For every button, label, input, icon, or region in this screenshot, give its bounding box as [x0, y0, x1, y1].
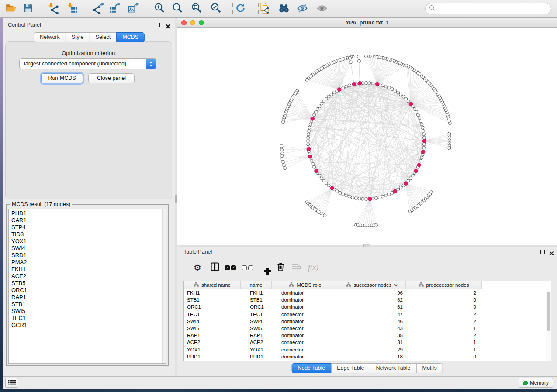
- network-node[interactable]: [320, 177, 323, 180]
- mcds-result-item[interactable]: FKH1: [9, 266, 166, 273]
- export-image-button[interactable]: [126, 2, 140, 16]
- network-node[interactable]: [411, 174, 414, 177]
- table-row[interactable]: ACE2ACE2connector311: [184, 339, 546, 346]
- table-settings-button[interactable]: ⚙: [191, 261, 204, 274]
- mcds-dominator-node[interactable]: [422, 139, 426, 143]
- network-node[interactable]: [330, 93, 333, 96]
- network-node[interactable]: [418, 117, 421, 120]
- select-all-button[interactable]: ✓✓: [224, 261, 237, 274]
- network-node[interactable]: [313, 165, 316, 168]
- network-leaf-node[interactable]: [405, 64, 408, 67]
- column-header-MCDS-role[interactable]: MCDS role: [272, 281, 339, 289]
- table-row[interactable]: TEC1TEC1connector472: [184, 311, 546, 318]
- mcds-result-item[interactable]: GCR1: [9, 322, 166, 329]
- table-row[interactable]: SWI4SWI4dominator462: [184, 318, 546, 325]
- network-node[interactable]: [318, 174, 321, 177]
- mcds-dominator-node[interactable]: [308, 155, 312, 159]
- network-node[interactable]: [332, 91, 336, 94]
- network-node[interactable]: [405, 97, 408, 100]
- network-leaf-node[interactable]: [283, 164, 286, 167]
- network-node[interactable]: [351, 196, 354, 199]
- network-node[interactable]: [339, 191, 342, 194]
- mcds-dominator-node[interactable]: [330, 186, 334, 190]
- network-node[interactable]: [365, 198, 368, 201]
- mcds-result-item[interactable]: STP4: [9, 224, 166, 231]
- network-node[interactable]: [397, 91, 400, 94]
- mcds-result-item[interactable]: TID3: [9, 231, 166, 238]
- network-node[interactable]: [422, 136, 426, 139]
- tab-network-table[interactable]: Network Table: [370, 363, 417, 373]
- delete-column-button[interactable]: [274, 261, 287, 274]
- zoom-out-button[interactable]: [170, 2, 184, 16]
- network-leaf-node[interactable]: [365, 55, 368, 58]
- network-node[interactable]: [422, 143, 426, 146]
- mcds-dominator-node[interactable]: [337, 88, 341, 92]
- export-table-button[interactable]: [107, 2, 121, 16]
- mcds-dominator-node[interactable]: [358, 82, 362, 86]
- mcds-dominator-node[interactable]: [368, 197, 372, 201]
- network-node[interactable]: [421, 126, 424, 129]
- network-leaf-node[interactable]: [448, 132, 451, 135]
- network-leaf-node[interactable]: [357, 55, 360, 58]
- mcds-result-item[interactable]: SWI4: [9, 245, 166, 252]
- table-row[interactable]: YOX1YOX1connector291: [184, 346, 546, 353]
- table-scrollbar[interactable]: [546, 289, 551, 361]
- network-node[interactable]: [375, 197, 378, 200]
- network-node[interactable]: [384, 194, 387, 197]
- network-node[interactable]: [365, 82, 368, 85]
- network-node[interactable]: [316, 107, 319, 110]
- mcds-dominator-node[interactable]: [376, 82, 380, 86]
- table-row[interactable]: RAP1RAP1dominator352: [184, 332, 546, 339]
- mcds-result-item[interactable]: SWI5: [9, 308, 166, 315]
- network-node[interactable]: [322, 100, 325, 103]
- network-node[interactable]: [354, 197, 357, 200]
- network-leaf-node[interactable]: [284, 167, 287, 170]
- search-box[interactable]: [425, 3, 551, 14]
- network-leaf-node[interactable]: [280, 144, 283, 148]
- network-node[interactable]: [420, 156, 423, 159]
- hide-selected-button[interactable]: [295, 2, 309, 16]
- network-node[interactable]: [407, 100, 410, 103]
- network-canvas[interactable]: [177, 28, 557, 245]
- column-header-name[interactable]: name: [241, 281, 272, 289]
- import-network-button[interactable]: [46, 2, 60, 16]
- tab-select[interactable]: Select: [90, 32, 117, 42]
- mcds-result-item[interactable]: PHD1: [9, 209, 166, 217]
- network-node[interactable]: [313, 113, 316, 117]
- mcds-dominator-node[interactable]: [352, 83, 356, 86]
- network-node[interactable]: [345, 85, 348, 88]
- network-node[interactable]: [327, 184, 330, 187]
- mcds-dominator-node[interactable]: [315, 169, 318, 173]
- network-node[interactable]: [320, 102, 323, 105]
- open-file-button[interactable]: [4, 2, 18, 16]
- mcds-dominator-node[interactable]: [417, 163, 421, 167]
- mcds-result-item[interactable]: SRD1: [9, 252, 166, 259]
- network-leaf-node[interactable]: [323, 214, 326, 217]
- import-table-button[interactable]: [66, 2, 80, 16]
- tab-node-table[interactable]: Node Table: [291, 363, 331, 373]
- network-node[interactable]: [381, 84, 384, 87]
- tab-edge-table[interactable]: Edge Table: [331, 363, 370, 373]
- network-node[interactable]: [420, 123, 423, 126]
- vertical-splitter-handle[interactable]: [175, 194, 177, 203]
- mcds-dominator-node[interactable]: [307, 147, 311, 151]
- mcds-list-scrollbar[interactable]: [162, 209, 166, 363]
- float-panel-icon[interactable]: [156, 23, 160, 27]
- table-row[interactable]: PHD1PHD1dominator180: [184, 353, 546, 360]
- network-node[interactable]: [368, 82, 371, 85]
- network-node[interactable]: [309, 123, 312, 126]
- network-node[interactable]: [336, 190, 339, 193]
- network-node[interactable]: [419, 120, 422, 123]
- refresh-layout-button[interactable]: [233, 2, 247, 16]
- column-header-shared-name[interactable]: shared name: [184, 281, 241, 289]
- mcds-dominator-node[interactable]: [409, 102, 413, 106]
- network-window-titlebar[interactable]: YPA_prune.txt_1: [177, 18, 557, 28]
- table-scrollbar-thumb[interactable]: [547, 292, 550, 331]
- float-table-panel-icon[interactable]: [540, 250, 545, 254]
- tab-style[interactable]: Style: [66, 32, 90, 42]
- column-visibility-button[interactable]: [208, 261, 221, 274]
- add-column-button[interactable]: [257, 261, 270, 274]
- network-node[interactable]: [422, 129, 425, 132]
- network-node[interactable]: [322, 179, 325, 182]
- network-leaf-node[interactable]: [280, 155, 284, 158]
